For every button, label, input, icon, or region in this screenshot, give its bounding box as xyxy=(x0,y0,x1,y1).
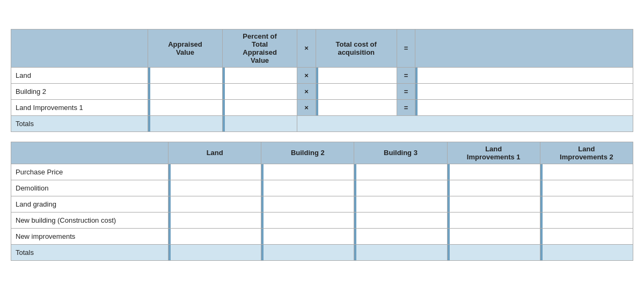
top-percent-input-2[interactable] xyxy=(223,99,297,115)
top-totals-span xyxy=(297,115,633,131)
bottom-input-0-building2[interactable] xyxy=(261,164,354,180)
bottom-input-5-landimp2[interactable] xyxy=(540,244,633,260)
top-row-label-1: Building 2 xyxy=(11,83,148,99)
bottom-table-section: Land Building 2 Building 3 LandImproveme… xyxy=(11,142,633,261)
bottom-input-4-building2[interactable] xyxy=(261,228,354,244)
top-appraised-input-3[interactable] xyxy=(148,115,222,131)
bottom-input-1-landimp1[interactable] xyxy=(447,180,540,196)
top-row-label-2: Land Improvements 1 xyxy=(11,99,148,115)
header-appraised-value: AppraisedValue xyxy=(148,29,222,67)
bottom-input-3-land[interactable] xyxy=(169,212,261,228)
header-empty xyxy=(11,142,169,164)
bottom-input-0-land[interactable] xyxy=(169,164,261,180)
top-totalcost-input-1[interactable] xyxy=(316,83,397,99)
multiply-symbol-2: × xyxy=(297,99,316,115)
bottom-input-0-landimp1[interactable] xyxy=(447,164,540,180)
header-land-imp2: LandImprovements 2 xyxy=(540,142,633,164)
header-land: Land xyxy=(169,142,261,164)
bottom-input-3-landimp2[interactable] xyxy=(540,212,633,228)
bottom-table: Land Building 2 Building 3 LandImproveme… xyxy=(11,142,633,261)
top-row-label-3: Totals xyxy=(11,115,148,131)
bottom-input-2-building3[interactable] xyxy=(354,196,447,212)
intro-text xyxy=(11,9,633,19)
header-land-imp1: LandImprovements 1 xyxy=(447,142,540,164)
header-percent-total: Percent ofTotalAppraisedValue xyxy=(223,29,297,67)
bottom-input-3-building2[interactable] xyxy=(261,212,354,228)
bottom-input-2-land[interactable] xyxy=(169,196,261,212)
bottom-row-label-2: Land grading xyxy=(11,196,169,212)
bottom-input-4-land[interactable] xyxy=(169,228,261,244)
top-appraised-input-1[interactable] xyxy=(148,83,222,99)
bottom-input-5-landimp1[interactable] xyxy=(447,244,540,260)
bottom-input-5-land[interactable] xyxy=(169,244,261,260)
top-totalcost-input-0[interactable] xyxy=(316,67,397,83)
bottom-input-5-building3[interactable] xyxy=(354,244,447,260)
bottom-input-4-landimp2[interactable] xyxy=(540,228,633,244)
multiply-symbol-0: × xyxy=(297,67,316,83)
bottom-row-label-0: Purchase Price xyxy=(11,164,169,180)
top-percent-input-0[interactable] xyxy=(223,67,297,83)
bottom-row-label-5: Totals xyxy=(11,244,169,260)
header-building3: Building 3 xyxy=(354,142,447,164)
bottom-input-1-land[interactable] xyxy=(169,180,261,196)
multiply-symbol-1: × xyxy=(297,83,316,99)
top-percent-input-1[interactable] xyxy=(223,83,297,99)
bottom-row-label-4: New improvements xyxy=(11,228,169,244)
bottom-input-2-landimp1[interactable] xyxy=(447,196,540,212)
header-apportioned-cost xyxy=(415,29,633,67)
equals-symbol-1: = xyxy=(397,83,415,99)
bottom-input-4-building3[interactable] xyxy=(354,228,447,244)
top-table-section: AppraisedValue Percent ofTotalAppraisedV… xyxy=(11,29,633,132)
header-total-cost: Total cost ofacquisition xyxy=(316,29,397,67)
top-appraised-input-2[interactable] xyxy=(148,99,222,115)
top-apportioned-input-1[interactable] xyxy=(415,83,633,99)
top-row-label-0: Land xyxy=(11,67,148,83)
header-multiply-symbol: × xyxy=(297,29,316,67)
bottom-input-2-building2[interactable] xyxy=(261,196,354,212)
equals-symbol-0: = xyxy=(397,67,415,83)
bottom-input-5-building2[interactable] xyxy=(261,244,354,260)
top-apportioned-input-0[interactable] xyxy=(415,67,633,83)
header-allocation xyxy=(11,29,148,67)
header-building2: Building 2 xyxy=(261,142,354,164)
bottom-input-1-landimp2[interactable] xyxy=(540,180,633,196)
top-apportioned-input-2[interactable] xyxy=(415,99,633,115)
equals-symbol-2: = xyxy=(397,99,415,115)
top-percent-input-3[interactable] xyxy=(223,115,297,131)
bottom-input-3-landimp1[interactable] xyxy=(447,212,540,228)
bottom-input-0-landimp2[interactable] xyxy=(540,164,633,180)
bottom-row-label-1: Demolition xyxy=(11,180,169,196)
bottom-input-1-building3[interactable] xyxy=(354,180,447,196)
bottom-input-1-building2[interactable] xyxy=(261,180,354,196)
top-appraised-input-0[interactable] xyxy=(148,67,222,83)
bottom-input-3-building3[interactable] xyxy=(354,212,447,228)
top-totalcost-input-2[interactable] xyxy=(316,99,397,115)
bottom-input-4-landimp1[interactable] xyxy=(447,228,540,244)
bottom-input-0-building3[interactable] xyxy=(354,164,447,180)
bottom-input-2-landimp2[interactable] xyxy=(540,196,633,212)
header-equals-symbol: = xyxy=(397,29,415,67)
top-table: AppraisedValue Percent ofTotalAppraisedV… xyxy=(11,29,633,132)
bottom-row-label-3: New building (Construction cost) xyxy=(11,212,169,228)
